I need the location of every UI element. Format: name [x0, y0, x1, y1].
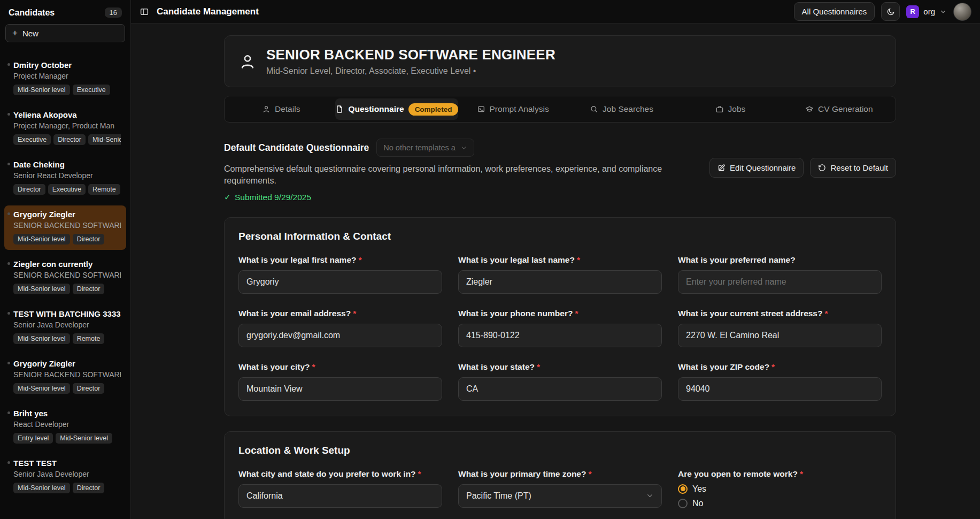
- field-phone: What is your phone number? *: [458, 309, 662, 347]
- email-input[interactable]: [238, 324, 442, 347]
- remote-work-option-no[interactable]: No: [678, 499, 882, 508]
- timezone-select[interactable]: Pacific Time (PT): [458, 484, 662, 508]
- candidate-list-item[interactable]: Ziegler con currently SENIOR BACKEND SOF…: [4, 255, 126, 300]
- candidate-list-item[interactable]: Grygoriy Ziegler SENIOR BACKEND SOFTWARE…: [4, 355, 126, 399]
- candidate-tag: Remote: [88, 184, 120, 195]
- candidate-tags: Mid-Senior levelDirector: [13, 383, 121, 394]
- field-label: What is your ZIP code?: [678, 362, 769, 372]
- required-asterisk: *: [575, 309, 578, 318]
- candidate-list-item[interactable]: TEST WITH BATCHING 3333 Senior Java Deve…: [4, 305, 126, 349]
- section-title: Location & Work Setup: [238, 445, 882, 456]
- person-icon: [262, 105, 271, 113]
- candidate-tags: Mid-Senior levelDirector: [13, 234, 121, 245]
- org-name: org: [923, 7, 935, 16]
- candidate-list-item[interactable]: Date Cheking Senior React Developer Dire…: [4, 156, 126, 200]
- required-asterisk: *: [800, 469, 803, 479]
- chevron-down-icon: [646, 492, 654, 500]
- field-legal-first-name: What is your legal first name? *: [238, 255, 442, 294]
- status-dot-icon: [7, 113, 10, 116]
- tab-details[interactable]: Details: [227, 98, 335, 120]
- candidate-role: SENIOR BACKEND SOFTWARE: [13, 370, 121, 379]
- tab-questionnaire[interactable]: Questionnaire Completed: [335, 98, 458, 120]
- edit-icon: [717, 164, 726, 172]
- document-icon: [335, 105, 344, 113]
- reset-to-default-label: Reset to Default: [830, 163, 888, 172]
- candidate-list-item[interactable]: Dmitry October Project Manager Mid-Senio…: [4, 56, 126, 101]
- field-label: Are you open to remote work?: [678, 469, 798, 479]
- edit-questionnaire-button[interactable]: Edit Questionnaire: [709, 158, 804, 178]
- legal-last-name-input[interactable]: [458, 270, 662, 294]
- required-asterisk: *: [771, 362, 775, 372]
- field-label: What is your state?: [458, 362, 535, 372]
- candidate-name: Briht yes: [13, 409, 121, 418]
- remote-work-option-yes[interactable]: Yes: [678, 484, 882, 494]
- city-input[interactable]: [238, 377, 442, 401]
- candidate-role: SENIOR BACKEND SOFTWARE: [13, 271, 121, 279]
- candidate-tag: Mid-Senior level: [13, 284, 70, 294]
- candidate-role: Senior React Developer: [13, 171, 121, 180]
- candidate-tags: Entry levelMid-Senior level: [13, 433, 121, 444]
- briefcase-icon: [715, 105, 724, 113]
- radio-label: No: [692, 499, 703, 508]
- edit-questionnaire-label: Edit Questionnaire: [730, 163, 796, 172]
- candidate-list-item[interactable]: Briht yes React Developer Entry levelMid…: [4, 404, 126, 449]
- user-avatar[interactable]: [953, 3, 971, 21]
- field-remote-work: Are you open to remote work? * Yes: [678, 469, 882, 508]
- preferred-name-input[interactable]: [678, 270, 882, 294]
- required-asterisk: *: [353, 309, 356, 318]
- candidate-list-item[interactable]: Yeliena Akopova Project Manager, Product…: [4, 106, 126, 150]
- candidates-sidebar: Candidates 16 + New Dmitry October Proje…: [0, 0, 131, 519]
- candidate-tag: Executive: [48, 184, 86, 195]
- candidate-role: Senior Java Developer: [13, 320, 121, 329]
- tab-jobs[interactable]: Jobs: [676, 98, 784, 120]
- candidate-tag: Director: [53, 134, 86, 145]
- candidate-tags: Mid-Senior levelExecutive: [13, 85, 121, 95]
- zip-input[interactable]: [678, 377, 882, 401]
- tab-job-searches[interactable]: Job Searches: [567, 98, 676, 120]
- candidate-role: SENIOR BACKEND SOFTWARE: [13, 221, 121, 230]
- sidebar-toggle-icon[interactable]: [140, 7, 149, 17]
- legal-first-name-input[interactable]: [238, 270, 442, 294]
- candidate-tag: Executive: [73, 85, 110, 95]
- candidate-tag: Mid-Senior level: [13, 483, 70, 493]
- personal-information-card: Personal Information & Contact What is y…: [224, 217, 896, 416]
- candidate-tags: Mid-Senior levelDirector: [13, 284, 121, 294]
- candidate-tags: Mid-Senior levelDirector: [13, 483, 121, 493]
- tab-label: Jobs: [728, 104, 746, 114]
- required-asterisk: *: [588, 469, 591, 479]
- position-subtitle: Mid-Senior Level, Director, Associate, E…: [266, 66, 555, 76]
- candidate-tag: Director: [73, 234, 105, 245]
- status-dot-icon: [7, 262, 10, 265]
- candidate-list-item[interactable]: TEST TEST Senior Java Developer Mid-Seni…: [4, 454, 126, 499]
- state-input[interactable]: [458, 377, 662, 401]
- candidate-tag: Mid-Senior level: [56, 433, 112, 444]
- new-candidate-button[interactable]: + New: [5, 24, 125, 42]
- moon-icon: [886, 7, 895, 16]
- preferred-work-location-input[interactable]: [238, 484, 442, 508]
- tab-bar: Details Questionnaire Completed Prompt: [224, 96, 896, 123]
- candidates-count-badge: 16: [105, 7, 122, 18]
- reset-to-default-button[interactable]: Reset to Default: [810, 158, 896, 178]
- candidate-role: Project Manager, Product Man: [13, 121, 121, 130]
- status-dot-icon: [7, 461, 10, 464]
- org-switcher[interactable]: R org: [906, 5, 947, 18]
- graduation-cap-icon: [805, 105, 814, 113]
- candidate-list-item[interactable]: Grygoriy Ziegler SENIOR BACKEND SOFTWARE…: [4, 205, 126, 250]
- tab-cv-generation[interactable]: CV Generation: [785, 98, 893, 120]
- phone-input[interactable]: [458, 324, 662, 347]
- field-street-address: What is your current street address? *: [678, 309, 882, 347]
- candidate-name: Dmitry October: [13, 60, 121, 70]
- street-address-input[interactable]: [678, 324, 882, 347]
- candidate-tag: Director: [73, 483, 105, 493]
- theme-toggle-button[interactable]: [881, 2, 900, 21]
- tab-label: CV Generation: [818, 104, 873, 114]
- all-questionnaires-button[interactable]: All Questionnaires: [794, 2, 875, 21]
- candidate-tags: Mid-Senior levelRemote: [13, 333, 121, 344]
- remote-work-radio-group: Yes No: [678, 484, 882, 508]
- reset-icon: [818, 164, 826, 172]
- candidate-tag: Mid-Senior level: [88, 134, 121, 145]
- status-dot-icon: [7, 411, 10, 414]
- new-candidate-label: New: [22, 29, 38, 38]
- tab-prompt-analysis[interactable]: Prompt Analysis: [458, 98, 567, 120]
- location-work-setup-card: Location & Work Setup What city and stat…: [224, 431, 896, 519]
